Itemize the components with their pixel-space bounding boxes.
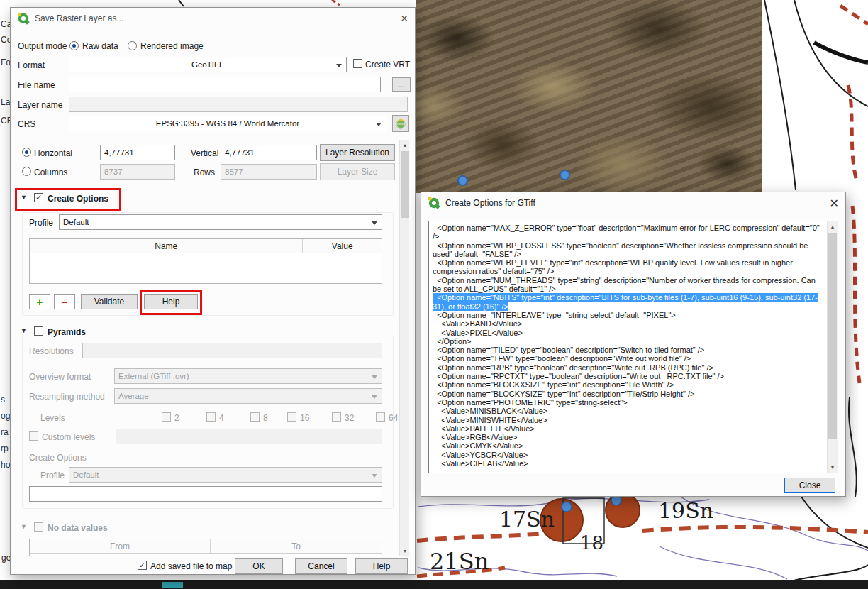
layer-resolution-button[interactable]: Layer Resolution: [320, 144, 395, 161]
add-saved-file-checkbox[interactable]: ✓: [138, 561, 147, 570]
create-vrt-label[interactable]: Create VRT: [365, 60, 410, 70]
code-line: <Option name="WEBP_LOSSLESS" type="boole…: [433, 241, 823, 259]
horizontal-scrollbar-thumb[interactable]: [162, 582, 183, 588]
level-4-checkbox: [206, 412, 216, 422]
name-column-header[interactable]: Name: [30, 239, 303, 253]
dropdown-arrow-icon: [372, 474, 377, 478]
code-line: <Option name="BLOCKXSIZE" type="int" des…: [433, 380, 823, 389]
from-column-header: From: [30, 539, 211, 553]
code-line: </Option>: [433, 337, 823, 346]
dialog-titlebar[interactable]: Create Options for GTiff ✕: [421, 192, 845, 214]
layer-name-input: [69, 97, 408, 112]
dialog-titlebar[interactable]: Save Raster Layer as... ✕: [11, 8, 415, 29]
cancel-button[interactable]: Cancel: [295, 558, 347, 574]
dropdown-arrow-icon: [372, 395, 377, 399]
gtiff-options-textarea[interactable]: <Option name="MAX_Z_ERROR" type="float" …: [428, 221, 838, 473]
collapse-triangle-icon[interactable]: ▼: [21, 327, 27, 334]
resampling-method-label: Resampling method: [29, 392, 105, 402]
ok-button[interactable]: OK: [235, 558, 283, 574]
create-options-table[interactable]: Name Value: [29, 238, 382, 284]
help-button[interactable]: Help: [144, 294, 198, 309]
gtiff-close-button[interactable]: Close: [784, 478, 835, 493]
map-label-21sn: 21Sn: [430, 548, 489, 575]
clipped-text-fragment: ho: [1, 460, 10, 470]
to-column-header: To: [211, 539, 382, 553]
collapse-triangle-icon[interactable]: ▼: [21, 194, 27, 201]
map-label-17sn: 17Sn: [499, 507, 555, 532]
code-line: <Option name="RPCTXT" type="boolean" des…: [433, 372, 823, 380]
raw-data-radio[interactable]: [69, 41, 79, 50]
resolutions-input: [82, 343, 382, 358]
vertical-resolution-input[interactable]: [221, 145, 317, 160]
table-header-row: From To: [30, 539, 382, 554]
scrollbar-thumb[interactable]: [401, 151, 409, 218]
rendered-image-radio[interactable]: [128, 41, 137, 50]
clipped-text-fragment: Ca: [1, 19, 10, 29]
create-options-checkbox[interactable]: ✓: [34, 193, 43, 202]
crs-combobox[interactable]: EPSG:3395 - WGS 84 / World Mercator: [69, 116, 386, 131]
level-2-label: 2: [174, 413, 179, 423]
dialog-title: Save Raster Layer as...: [35, 13, 123, 23]
table-header-row: Name Value: [30, 239, 382, 253]
browse-button[interactable]: ...: [392, 77, 411, 92]
dialog-vertical-scrollbar[interactable]: ▲ ▼: [399, 140, 409, 556]
rendered-image-label[interactable]: Rendered image: [140, 41, 204, 51]
horizontal-label[interactable]: Horizontal: [34, 148, 72, 158]
validate-button[interactable]: Validate: [81, 294, 138, 309]
pyramids-options-input[interactable]: [29, 486, 382, 502]
code-line: <Option name="NUM_THREADS" type="string"…: [433, 276, 823, 294]
footer-help-button[interactable]: Help: [355, 558, 408, 574]
scrollbar-thumb[interactable]: [828, 233, 837, 439]
code-line: <Value>CIELAB</Value>: [433, 459, 823, 468]
format-combobox[interactable]: GeoTIFF: [69, 57, 347, 72]
no-data-table: From To: [29, 539, 382, 556]
create-vrt-checkbox[interactable]: [353, 59, 362, 68]
left-clipped-panel: CaCoFoLaCRsograrpho: [0, 0, 10, 580]
file-name-input[interactable]: [69, 77, 381, 92]
code-line: <Option name="BLOCKYSIZE" type="int" des…: [433, 390, 823, 398]
horizontal-radio[interactable]: [22, 148, 31, 157]
collapse-triangle-icon[interactable]: ▼: [21, 523, 27, 530]
crs-picker-button[interactable]: [392, 115, 409, 132]
globe-icon: [395, 118, 406, 129]
clipped-text-fragment: Co: [1, 35, 10, 45]
value-column-header[interactable]: Value: [303, 239, 382, 253]
code-line: <Option name="WEBP_LEVEL" type="int" des…: [433, 258, 823, 276]
clipped-text-fragment: La: [1, 97, 10, 107]
no-data-header[interactable]: No data values: [48, 523, 108, 533]
resampling-method-combobox: Average: [114, 388, 382, 404]
add-saved-file-label[interactable]: Add saved file to map: [150, 561, 232, 571]
scroll-up-icon[interactable]: ▲: [828, 221, 838, 232]
scroll-down-icon[interactable]: ▼: [400, 546, 410, 556]
clipped-text-fragment: og: [1, 411, 10, 421]
custom-levels-checkbox: [29, 431, 38, 441]
remove-row-button[interactable]: −: [54, 294, 75, 309]
crs-label: CRS: [18, 119, 35, 129]
file-name-label: File name: [18, 80, 55, 90]
overview-format-combobox: External (GTiff .ovr): [114, 368, 382, 384]
profile-combobox[interactable]: Default: [59, 214, 382, 230]
code-line: <Option name="INTERLEAVE" type="string-s…: [433, 311, 823, 319]
columns-label[interactable]: Columns: [34, 167, 67, 177]
qgis-logo-icon: [17, 12, 30, 25]
no-data-checkbox: [34, 522, 43, 532]
add-row-button[interactable]: +: [29, 294, 50, 309]
pyramids-header[interactable]: Pyramids: [48, 327, 86, 337]
code-line: <Option name="TILED" type="boolean" desc…: [433, 346, 823, 354]
map-label-19sn: 19Sn: [658, 498, 713, 523]
code-line: <Value>CMYK</Value>: [433, 441, 823, 450]
code-line: <Value>MINISWHITE</Value>: [433, 416, 823, 424]
layer-size-button: Layer Size: [320, 163, 395, 180]
scroll-up-icon[interactable]: ▲: [400, 140, 410, 150]
dropdown-arrow-icon: [376, 123, 382, 126]
textarea-vertical-scrollbar[interactable]: ▲ ▼: [827, 221, 838, 473]
columns-radio[interactable]: [22, 167, 31, 176]
code-line: <Option name="NBITS" type="int" descript…: [433, 293, 823, 311]
create-options-header[interactable]: Create Options: [48, 194, 108, 204]
close-icon[interactable]: ✕: [830, 197, 839, 210]
raw-data-label[interactable]: Raw data: [82, 41, 118, 51]
horizontal-resolution-input[interactable]: [100, 145, 175, 160]
scroll-down-icon[interactable]: ▼: [828, 462, 838, 473]
pyramids-checkbox[interactable]: [34, 326, 43, 336]
close-icon[interactable]: ✕: [400, 13, 408, 24]
